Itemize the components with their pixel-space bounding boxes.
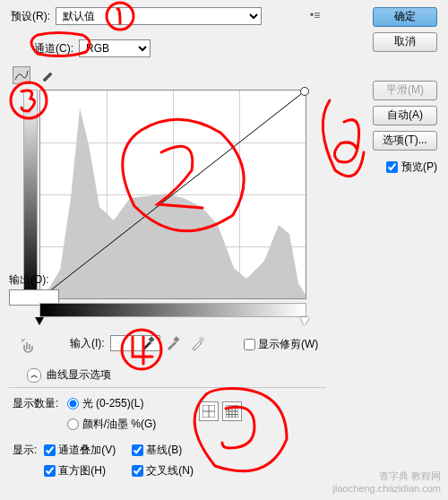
preview-label: 预览(P) <box>401 159 437 175</box>
inter-label: 交叉线(N) <box>146 463 194 478</box>
preset-select[interactable]: 默认值 <box>56 7 262 25</box>
svg-rect-2 <box>173 336 179 342</box>
ok-button[interactable]: 确定 <box>373 7 437 27</box>
cancel-button[interactable]: 取消 <box>373 32 437 52</box>
separator <box>9 387 326 388</box>
light-radio-label: 光 (0-255)(L) <box>82 396 144 411</box>
show-clip-checkbox[interactable] <box>244 339 255 350</box>
baseline-checkbox[interactable] <box>132 444 143 456</box>
preset-label: 预设(R): <box>11 9 50 24</box>
channel-label: 通道(C): <box>34 41 73 56</box>
smooth-button: 平滑(M) <box>373 81 437 100</box>
collapse-icon[interactable]: ︽ <box>27 368 41 383</box>
preset-menu-icon[interactable]: •≡ <box>310 9 320 22</box>
count-label: 显示数量: <box>13 397 58 409</box>
input-gradient <box>39 303 306 317</box>
white-point-slider[interactable] <box>300 317 309 325</box>
options-button[interactable]: 选项(T)... <box>373 131 437 151</box>
show-clip-label: 显示修剪(W) <box>258 337 318 352</box>
input-label: 输入(I): <box>70 336 105 351</box>
channel-select[interactable]: RGB <box>79 39 151 57</box>
pencil-tool-icon[interactable] <box>39 67 56 83</box>
curves-chart[interactable] <box>39 90 306 299</box>
pigment-radio[interactable] <box>67 418 79 430</box>
hist-checkbox[interactable] <box>44 465 56 477</box>
auto-button[interactable]: 自动(A) <box>373 106 437 125</box>
input-slider[interactable] <box>39 317 305 326</box>
baseline-label: 基线(B) <box>146 443 182 458</box>
light-radio[interactable] <box>67 398 79 409</box>
svg-line-0 <box>40 91 306 298</box>
white-eyedropper-icon[interactable] <box>190 333 206 351</box>
output-gradient <box>23 90 38 299</box>
curve-display-toggle[interactable]: ︽ 曲线显示选项 <box>27 367 111 383</box>
watermark: 查字典 教程网 jiaocheng.chazidian.com <box>333 470 441 495</box>
grid-coarse-icon[interactable] <box>199 401 219 421</box>
gray-eyedropper-icon[interactable] <box>165 333 181 351</box>
inter-checkbox[interactable] <box>132 465 143 477</box>
output-label: 输出(O): <box>9 272 59 288</box>
grid-fine-icon[interactable] <box>222 401 242 421</box>
svg-rect-1 <box>148 336 154 342</box>
curve-point-white[interactable] <box>300 87 309 96</box>
curve-tool-icon[interactable] <box>13 66 30 84</box>
hist-label: 直方图(H) <box>58 463 106 478</box>
overlay-label: 通道叠加(V) <box>58 443 116 458</box>
preview-checkbox[interactable] <box>386 161 398 173</box>
black-point-slider[interactable] <box>35 317 44 325</box>
overlay-checkbox[interactable] <box>44 444 56 456</box>
targeted-adjust-icon[interactable] <box>20 337 39 359</box>
show-label: 显示: <box>13 443 37 458</box>
pigment-radio-label: 颜料/油墨 %(G) <box>82 417 157 432</box>
black-eyedropper-icon[interactable] <box>140 333 156 351</box>
curve-line <box>40 91 306 298</box>
curve-display-label: 曲线显示选项 <box>47 367 111 383</box>
